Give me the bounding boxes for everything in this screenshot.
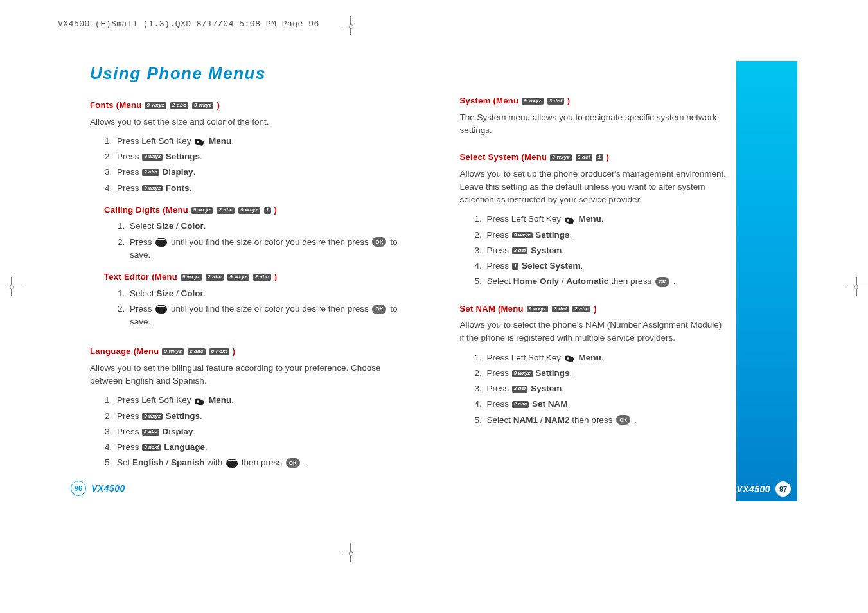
step-item: Press 9 wxyz Settings. — [114, 150, 409, 163]
keycap-3-icon: 3 def — [547, 98, 564, 105]
keycap-3-icon: 3 def — [512, 386, 528, 393]
right-footer: VX4500 97 — [736, 481, 791, 497]
step-item: Press 2 abc Set NAM. — [484, 398, 727, 411]
ok-key-icon: OK — [286, 458, 300, 468]
keycap-9-icon: 9 wxyz — [512, 370, 533, 377]
model-label: VX4500 — [91, 483, 125, 493]
section-head-system: System (Menu 9 wxyz 3 def ) — [460, 94, 727, 107]
step-item: Select Size / Color. — [127, 220, 409, 233]
svg-point-1 — [197, 400, 200, 403]
section-desc: Allows you to set the size and color of … — [90, 116, 409, 129]
keycap-2-icon: 2 abc — [206, 274, 224, 281]
keycap-2-icon: 2 abc — [142, 429, 159, 436]
step-item: Press 0 next Language. — [114, 441, 409, 454]
registration-mark-icon — [349, 24, 353, 29]
keycap-2-icon: 2 abc — [188, 348, 206, 355]
nav-key-icon — [226, 459, 238, 468]
steps-list: Press Left Soft Key Menu. Press 9 wxyz S… — [460, 351, 727, 427]
left-footer: 96 VX4500 — [71, 481, 125, 496]
keycap-1-icon: 1 — [264, 207, 271, 214]
keycap-9-icon: 9 wxyz — [227, 274, 249, 281]
keycap-2-icon: 2 abc — [170, 102, 188, 109]
ok-key-icon: OK — [372, 237, 386, 247]
section-head-text-editor: Text Editor (Menu 9 wxyz 2 abc 9 wxyz 2 … — [104, 271, 409, 283]
nav-key-icon — [155, 305, 167, 314]
svg-point-2 — [567, 219, 569, 222]
step-item: Press Left Soft Key Menu. — [484, 213, 727, 226]
step-item: Press 3 def System. — [484, 382, 727, 395]
keycap-1-icon: 1 — [512, 263, 518, 270]
section-head-set-nam: Set NAM (Menu 9 wxyz 3 def 2 abc ) — [460, 303, 727, 315]
step-item: Set English / Spanish with then press OK… — [114, 456, 409, 469]
step-item: Press 3 def System. — [484, 244, 727, 257]
registration-mark-icon — [349, 551, 353, 556]
section-head-language: Language (Menu 9 wxyz 2 abc 0 next ) — [90, 345, 409, 358]
keycap-9-icon: 9 wxyz — [162, 348, 184, 355]
step-item: Press 9 wxyz Settings. — [484, 367, 727, 380]
section-head-fonts: Fonts (Menu 9 wxyz 2 abc 9 wxyz ) — [90, 99, 409, 112]
section-desc: Allows you to select the phone's NAM (Nu… — [460, 319, 727, 345]
step-item: Press Left Soft Key Menu. — [114, 394, 409, 407]
steps-list: Select Size / Color. Press until you fin… — [90, 220, 409, 262]
keycap-2-icon: 2 abc — [572, 306, 590, 313]
keycap-2-icon: 2 abc — [253, 274, 271, 281]
section-desc: Allows you to set up the phone producer'… — [460, 168, 727, 207]
section-desc: The System menu allows you to designate … — [460, 111, 727, 138]
steps-list: Press Left Soft Key Menu. Press 9 wxyz S… — [90, 135, 409, 195]
left-soft-key-icon — [565, 354, 575, 362]
step-item: Select NAM1 / NAM2 then press OK . — [484, 414, 727, 427]
keycap-9-icon: 9 wxyz — [550, 154, 572, 161]
step-item: Press until you find the size or color y… — [127, 303, 409, 329]
nav-key-icon — [155, 238, 167, 247]
left-soft-key-icon — [195, 138, 205, 145]
step-item: Press Left Soft Key Menu. — [484, 351, 727, 364]
step-item: Press 2 abc Display. — [114, 166, 409, 179]
keycap-1-icon: 1 — [596, 154, 603, 161]
steps-list: Select Size / Color. Press until you fin… — [90, 287, 409, 329]
step-item: Press 2 abc Display. — [114, 425, 409, 438]
keycap-3-icon: 3 def — [552, 306, 569, 313]
keycap-9-icon: 9 wxyz — [142, 413, 163, 420]
document-spread: VX4500-(E)Small (1.3).QXD 8/17/04 5:08 P… — [0, 0, 868, 613]
keycap-9-icon: 9 wxyz — [191, 207, 213, 214]
ok-key-icon: OK — [372, 305, 386, 314]
right-page: System (Menu 9 wxyz 3 def ) The System m… — [460, 61, 798, 475]
keycap-9-icon: 9 wxyz — [181, 274, 202, 281]
step-item: Press until you find the size or color y… — [127, 236, 409, 262]
section-head-calling-digits: Calling Digits (Menu 9 wxyz 2 abc 9 wxyz… — [104, 204, 409, 217]
keycap-3-icon: 3 def — [576, 154, 592, 161]
section-desc: Allows you to set the bilingual feature … — [90, 362, 409, 388]
left-soft-key-icon — [565, 216, 575, 224]
keycap-2-icon: 2 abc — [142, 169, 159, 176]
step-item: Press Left Soft Key Menu. — [114, 135, 409, 148]
steps-list: Press Left Soft Key Menu. Press 9 wxyz S… — [90, 394, 409, 469]
keycap-9-icon: 9 wxyz — [142, 154, 163, 161]
keycap-9-icon: 9 wxyz — [142, 185, 163, 192]
step-item: Press 9 wxyz Settings. — [484, 229, 727, 242]
keycap-9-icon: 9 wxyz — [192, 102, 214, 109]
left-soft-key-icon — [195, 397, 205, 405]
keycap-9-icon: 9 wxyz — [145, 102, 166, 109]
step-item: Press 9 wxyz Fonts. — [114, 182, 409, 195]
prepress-slug: VX4500-(E)Small (1.3).QXD 8/17/04 5:08 P… — [58, 19, 319, 29]
step-item: Select Home Only / Automatic then press … — [484, 275, 727, 288]
model-label: VX4500 — [736, 484, 770, 494]
ok-key-icon: OK — [655, 277, 669, 287]
keycap-9-icon: 9 wxyz — [512, 232, 533, 239]
keycap-2-icon: 2 abc — [512, 401, 529, 408]
keycap-9-icon: 9 wxyz — [522, 98, 544, 105]
keycap-9-icon: 9 wxyz — [527, 306, 549, 313]
page-number-left: 96 — [71, 481, 86, 496]
section-head-select-system: Select System (Menu 9 wxyz 3 def 1 ) — [460, 151, 727, 164]
svg-point-0 — [197, 141, 200, 143]
page-number-right: 97 — [775, 481, 791, 497]
left-page: Using Phone Menus Fonts (Menu 9 wxyz 2 a… — [71, 61, 409, 475]
page-title: Using Phone Menus — [90, 61, 409, 86]
step-item: Press 1 Select System. — [484, 260, 727, 272]
step-item: Select Size / Color. — [127, 287, 409, 300]
keycap-0-icon: 0 next — [142, 444, 161, 451]
keycap-9-icon: 9 wxyz — [238, 207, 260, 214]
svg-point-3 — [567, 357, 569, 360]
steps-list: Press Left Soft Key Menu. Press 9 wxyz S… — [460, 213, 727, 288]
keycap-2-icon: 2 abc — [217, 207, 235, 214]
